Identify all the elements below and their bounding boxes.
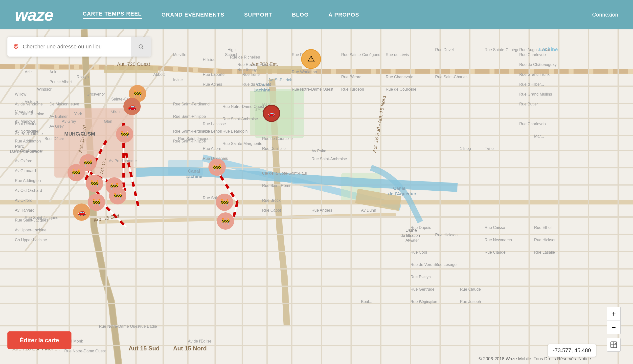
- svg-text:Av Palm: Av Palm: [312, 149, 326, 153]
- svg-text:Abbott: Abbott: [153, 72, 165, 76]
- svg-text:Rue Saint-Charles: Rue Saint-Charles: [435, 75, 468, 79]
- location-icon: [12, 43, 20, 50]
- svg-text:Rue Laporte: Rue Laporte: [203, 72, 225, 76]
- edit-map-button[interactable]: Éditer la carte: [8, 332, 72, 349]
- svg-text:Cle de la Côte-Saint-Paul: Cle de la Côte-Saint-Paul: [262, 171, 307, 175]
- svg-text:Rue Acorn: Rue Acorn: [203, 146, 221, 151]
- search-box: [8, 37, 151, 56]
- svg-text:Rue Workman: Rue Workman: [292, 70, 317, 74]
- svg-text:Rue Duvel: Rue Duvel: [435, 48, 454, 52]
- svg-text:Parc: Parc: [15, 144, 24, 149]
- road-closed-marker-7[interactable]: 🚧: [88, 194, 105, 211]
- svg-text:Rue Evelyn: Rue Evelyn: [410, 275, 431, 279]
- road-closed-marker-1[interactable]: 🚧: [116, 126, 133, 143]
- svg-text:Rue Lacasse: Rue Lacasse: [203, 122, 226, 126]
- coordinates-display: -73.577, 45.480: [548, 344, 596, 356]
- svg-text:Rue Saint-Ferdinand: Rue Saint-Ferdinand: [173, 129, 210, 133]
- svg-text:Rue Dupuis: Rue Dupuis: [410, 226, 431, 230]
- svg-text:Aut 15 Nord: Aut 15 Nord: [173, 345, 207, 352]
- nav-blog[interactable]: BLOG: [292, 12, 309, 18]
- svg-text:Mar...: Mar...: [534, 134, 544, 138]
- svg-text:Rue Saint-Rémi: Rue Saint-Rémi: [262, 184, 290, 188]
- svg-text:Av Dunn: Av Dunn: [361, 208, 376, 212]
- svg-text:Rue Angers: Rue Angers: [312, 208, 332, 212]
- road-closed-marker-10[interactable]: 🚧: [217, 212, 234, 230]
- svg-text:Rue Lasalle: Rue Lasalle: [534, 250, 555, 254]
- svg-text:Aut. 720 Ouest: Aut. 720 Ouest: [117, 62, 150, 67]
- svg-text:Rue d'Hilber...: Rue d'Hilber...: [519, 82, 544, 86]
- svg-text:Taille: Taille: [485, 146, 494, 151]
- nav-support[interactable]: SUPPORT: [244, 12, 272, 18]
- svg-text:Rue Agnès: Rue Agnès: [203, 82, 222, 86]
- svg-text:Rue Notre-Dame Ouest: Rue Notre-Dame Ouest: [64, 349, 106, 353]
- map-container[interactable]: Aut. 720 Ouest Aut 720 Est. Aut. 15 Nord…: [0, 30, 633, 364]
- svg-text:Arlir...: Arlir...: [50, 70, 60, 74]
- svg-text:Av Bulmer: Av Bulmer: [50, 114, 68, 118]
- search-button[interactable]: [131, 37, 151, 56]
- road-closed-marker-6[interactable]: 🚧: [109, 187, 126, 204]
- nav-apropos[interactable]: À PROPOS: [328, 12, 359, 18]
- svg-text:Rue Addington: Rue Addington: [15, 178, 41, 183]
- svg-text:Rue de Courcelle: Rue de Courcelle: [262, 136, 293, 141]
- svg-text:Av Old Orchard: Av Old Orchard: [15, 188, 42, 192]
- svg-text:Rue Régina: Rue Régina: [410, 300, 432, 304]
- zoom-in-button[interactable]: +: [607, 307, 621, 320]
- svg-text:Rue Ethel: Rue Ethel: [534, 226, 551, 230]
- svg-text:Roslyn: Roslyn: [77, 75, 89, 79]
- svg-text:Rue Grand Trunk: Rue Grand Trunk: [519, 72, 550, 76]
- svg-text:Rue de Châteauguay: Rue de Châteauguay: [519, 62, 557, 67]
- svg-text:Rue Brock: Rue Brock: [262, 198, 281, 202]
- svg-text:Rue Hickson: Rue Hickson: [534, 238, 557, 242]
- svg-text:Grosvenor: Grosvenor: [87, 92, 105, 96]
- incident-marker-2[interactable]: 🚗: [73, 204, 90, 221]
- svg-text:Av Prud'homme: Av Prud'homme: [15, 132, 43, 136]
- svg-text:Rue Cool: Rue Cool: [410, 250, 427, 254]
- svg-text:Rue Gertrude: Rue Gertrude: [410, 287, 435, 292]
- svg-text:Rue Newmarch: Rue Newmarch: [485, 238, 512, 242]
- nav-carte[interactable]: CARTE TEMPS RÉEL: [83, 10, 142, 19]
- svg-text:Rue Charlevoix: Rue Charlevoix: [519, 122, 546, 126]
- svg-text:Av Grey: Av Grey: [50, 124, 64, 128]
- svg-text:Av de l'Église: Av de l'Église: [188, 339, 212, 343]
- svg-text:Arlir...: Arlir...: [25, 70, 35, 74]
- svg-text:Rue Saint-Philippe: Rue Saint-Philippe: [173, 139, 206, 143]
- svg-text:Rue Eadie: Rue Eadie: [138, 324, 157, 328]
- svg-text:1 Inog: 1 Inog: [460, 146, 471, 151]
- nav-events[interactable]: GRAND ÉVÉNEMENTS: [161, 12, 224, 18]
- svg-text:Av Girouard: Av Girouard: [15, 169, 36, 173]
- svg-text:Rue Sainte-Cunégond: Rue Sainte-Cunégond: [341, 52, 380, 57]
- road-closed-marker-9[interactable]: 🚧: [216, 194, 233, 211]
- road-closed-marker-3[interactable]: 🚧: [68, 164, 85, 181]
- svg-text:Rue Notre-Dame Ouest: Rue Notre-Dame Ouest: [223, 104, 264, 109]
- zoom-out-button[interactable]: −: [607, 320, 621, 334]
- svg-text:Glen: Glen: [111, 110, 120, 114]
- connexion-button[interactable]: Connexion: [592, 12, 618, 18]
- svg-text:Ch Upper-Lachine: Ch Upper-Lachine: [15, 238, 47, 242]
- svg-text:Rue de Lévis: Rue de Lévis: [386, 52, 409, 57]
- svg-text:Av Upper-Lachine: Av Upper-Lachine: [15, 228, 47, 232]
- svg-text:Rue Hickson: Rue Hickson: [435, 233, 458, 237]
- svg-text:Prince Albert: Prince Albert: [50, 80, 72, 84]
- svg-text:Boul...: Boul...: [361, 300, 372, 304]
- svg-text:MUHC/CUSM: MUHC/CUSM: [64, 131, 95, 136]
- svg-text:Rue Charlevoix: Rue Charlevoix: [386, 75, 413, 79]
- road-closed-marker-8[interactable]: 🚧: [208, 158, 226, 176]
- map-link-icon[interactable]: [607, 338, 621, 352]
- svg-text:Rue Turgeon: Rue Turgeon: [341, 87, 364, 91]
- road-closed-marker-4[interactable]: 🚧: [86, 175, 103, 192]
- svg-text:Rue Rose-de-Lima: Rue Rose-de-Lima: [237, 62, 271, 67]
- svg-text:Rue Augustin-Cantin: Rue Augustin-Cantin: [519, 48, 556, 52]
- logo[interactable]: waze: [15, 5, 53, 24]
- svg-text:Rue Claude: Rue Claude: [485, 250, 506, 254]
- svg-text:Willow: Willow: [15, 92, 27, 96]
- svg-text:Rue Cabot: Rue Cabot: [262, 208, 281, 212]
- incident-marker-1[interactable]: 🚗: [123, 98, 141, 115]
- warning-marker-1[interactable]: ⚠: [301, 49, 321, 69]
- svg-text:Rue Irène: Rue Irène: [242, 72, 260, 76]
- incident-marker-3[interactable]: 🚗: [263, 105, 280, 122]
- svg-text:School: School: [225, 52, 237, 57]
- svg-text:Lachine: Lachine: [185, 174, 202, 179]
- svg-text:de l'Aqueduc: de l'Aqueduc: [388, 192, 416, 196]
- svg-text:Rue Saint-Philippe: Rue Saint-Philippe: [173, 114, 206, 118]
- search-input[interactable]: [23, 44, 131, 50]
